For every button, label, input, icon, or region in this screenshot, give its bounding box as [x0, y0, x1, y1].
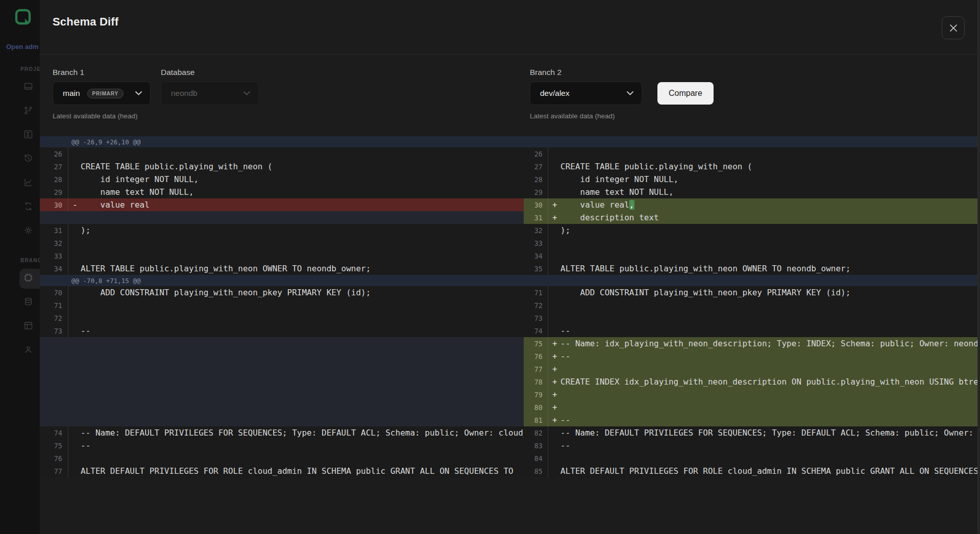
line-number: 28 [524, 173, 548, 186]
diff-row: 73--74-- [40, 324, 980, 337]
diff-line-add: 30+ value real, [524, 198, 980, 211]
diff-row: 30- value real30+ value real, [40, 198, 980, 211]
line-number: 35 [524, 262, 548, 275]
line-number: 26 [524, 147, 548, 160]
line-number: 32 [524, 224, 548, 237]
sidebar-item-monitoring[interactable] [0, 171, 40, 195]
diff-line-context: 72 [524, 299, 980, 312]
line-number: 71 [524, 286, 548, 299]
sidebar-item-dashboard[interactable] [0, 75, 40, 99]
code-text: CREATE INDEX idx_playing_with_neon_descr… [560, 375, 980, 388]
diff-marker: + [548, 351, 560, 361]
databases-icon [23, 297, 33, 309]
diff-line-context: 33 [40, 249, 524, 262]
primary-badge: PRIMARY [87, 89, 124, 98]
line-number: 27 [524, 160, 548, 173]
sidebar-item-roles[interactable] [0, 339, 40, 363]
sidebar-item-branches[interactable] [0, 99, 40, 123]
line-number: 34 [40, 262, 68, 275]
code-text: ); [81, 224, 90, 237]
open-admin-link[interactable]: Open adm [6, 43, 40, 50]
diff-row: 28 id integer NOT NULL,28 id integer NOT… [40, 173, 980, 186]
diff-row: 31);32); [40, 224, 980, 237]
close-button[interactable] [942, 16, 965, 39]
modal-title: Schema Diff [53, 15, 118, 29]
line-number: 31 [524, 211, 548, 224]
line-number: 85 [524, 465, 548, 477]
line-number: 74 [40, 426, 68, 439]
line-number: 80 [524, 401, 548, 414]
sidebar: Open adm PROJECTBRANCHES [0, 0, 40, 534]
code-text: ALTER TABLE public.playing_with_neon OWN… [81, 262, 371, 275]
branch1-caption: Latest available data (head) [53, 112, 138, 120]
diff-row: 31+ description text [40, 211, 980, 224]
code-text: value real [81, 198, 150, 211]
dashboard-icon [23, 82, 33, 93]
code-text: id integer NOT NULL, [560, 173, 678, 186]
integrations-icon [23, 201, 33, 213]
chevron-down-icon [243, 91, 250, 95]
branch1-select[interactable]: main PRIMARY [53, 82, 151, 105]
code-text: ALTER TABLE public.playing_with_neon OWN… [560, 262, 850, 275]
compare-button[interactable]: Compare [657, 82, 714, 105]
diff-row: 3334 [40, 249, 980, 262]
roles-icon [23, 345, 33, 357]
code-text: ALTER DEFAULT PRIVILEGES FOR ROLE cloud_… [560, 465, 980, 477]
hunk-label: @@ -26,9 +26,10 @@ [40, 138, 140, 146]
sidebar-nav: PROJECTBRANCHES [0, 66, 40, 363]
monitoring-icon [23, 177, 33, 189]
code-text: description text [560, 211, 659, 224]
chevron-down-icon [627, 91, 633, 95]
line-number: 33 [40, 249, 68, 262]
diff-row: 34ALTER TABLE public.playing_with_neon O… [40, 262, 980, 275]
sidebar-item-settings[interactable] [0, 219, 40, 243]
line-number: 78 [524, 375, 548, 388]
sidebar-section-heading: BRANCHES [0, 258, 40, 267]
diff-marker: + [548, 213, 560, 222]
line-number: 29 [40, 186, 68, 198]
diff-row: 2626 [40, 147, 980, 160]
diff-line-add: 81+-- [524, 414, 980, 426]
sidebar-item-databases[interactable] [0, 291, 40, 315]
diff-row: 81+-- [40, 414, 980, 426]
code-text: ADD CONSTRAINT playing_with_neon_pkey PR… [81, 286, 371, 299]
code-text: name text NOT NULL, [560, 186, 674, 198]
line-number: 82 [524, 426, 548, 439]
sidebar-item-overview[interactable] [0, 267, 40, 291]
diff-line-context: 77ALTER DEFAULT PRIVILEGES FOR ROLE clou… [40, 465, 524, 477]
diff-spacer [40, 388, 524, 401]
line-number: 77 [524, 363, 548, 375]
line-number: 29 [524, 186, 548, 198]
code-text: -- [81, 439, 90, 452]
diff-row: 7172 [40, 299, 980, 312]
sidebar-item-integrations[interactable] [0, 195, 40, 219]
line-number: 83 [524, 439, 548, 452]
diff-line-context: 74-- [524, 324, 980, 337]
database-label: Database [161, 68, 194, 77]
sidebar-item-restore[interactable] [0, 147, 40, 171]
code-text: id integer NOT NULL, [81, 173, 199, 186]
diff-spacer [40, 363, 524, 375]
sidebar-item-tables[interactable] [0, 315, 40, 339]
sidebar-item-sql-editor[interactable] [0, 123, 40, 147]
diff-line-context: 85ALTER DEFAULT PRIVILEGES FOR ROLE clou… [524, 465, 980, 477]
diff-row: 77ALTER DEFAULT PRIVILEGES FOR ROLE clou… [40, 465, 980, 477]
line-number: 32 [40, 237, 68, 249]
neon-logo-icon[interactable] [15, 9, 31, 25]
line-number: 72 [40, 312, 68, 324]
scrollbar[interactable] [977, 0, 980, 534]
database-select[interactable]: neondb [161, 82, 259, 105]
diff-line-context: 76 [40, 452, 524, 465]
branch2-select[interactable]: dev/alex [530, 82, 642, 105]
line-number: 33 [524, 237, 548, 249]
diff-line-context: 73 [524, 312, 980, 324]
code-text: -- Name: DEFAULT PRIVILEGES FOR SEQUENCE… [81, 426, 524, 439]
close-icon [949, 23, 958, 33]
line-number: 75 [40, 439, 68, 452]
line-number: 76 [524, 350, 548, 363]
line-number: 28 [40, 173, 68, 186]
code-text: -- [560, 324, 570, 337]
diff-spacer [40, 401, 524, 414]
diff-row: 27CREATE TABLE public.playing_with_neon … [40, 160, 980, 173]
line-number: 77 [40, 465, 68, 477]
